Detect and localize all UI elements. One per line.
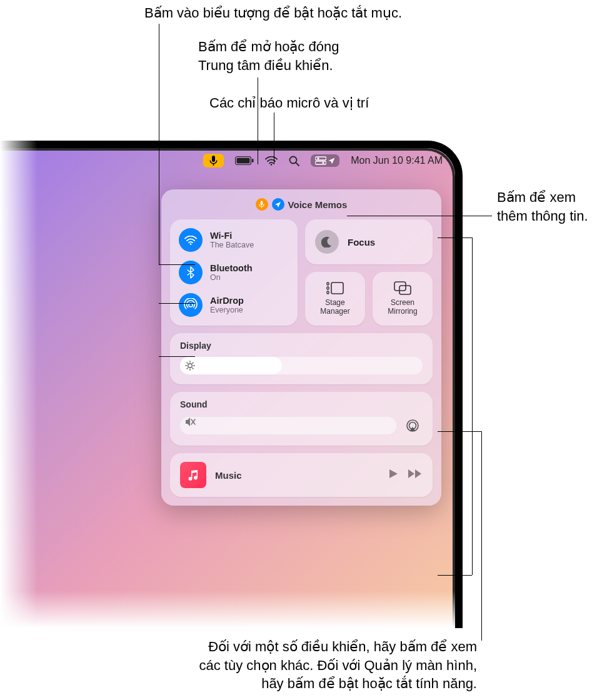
leader-line (159, 303, 195, 304)
menubar-datetime[interactable]: Mon Jun 10 9:41 AM (351, 155, 443, 166)
bluetooth-label: Bluetooth (210, 263, 253, 273)
svg-rect-12 (327, 282, 329, 285)
play-button[interactable] (388, 468, 399, 482)
callout-toggle-icons: Bấm vào biểu tượng để bật hoặc tắt mục. (144, 4, 402, 22)
svg-point-3 (271, 164, 273, 166)
device-screen: Mon Jun 10 9:41 AM Voice Memos Wi-Fi (0, 141, 463, 628)
stage-manager-icon (326, 281, 344, 295)
svg-rect-8 (315, 161, 326, 164)
battery-icon[interactable] (235, 156, 254, 165)
airdrop-icon[interactable] (179, 293, 203, 317)
airplay-audio-button[interactable] (403, 416, 423, 436)
music-label: Music (215, 470, 379, 481)
wifi-status: The Batcave (210, 241, 254, 249)
leader-line (438, 575, 472, 576)
airdrop-label: AirDrop (210, 296, 244, 306)
screen-mirroring-tile[interactable]: Screen Mirroring (373, 272, 433, 326)
leader-line (438, 431, 481, 432)
control-center-menubar-button[interactable] (311, 154, 339, 167)
leader-line (159, 264, 195, 265)
svg-point-9 (323, 162, 324, 164)
bluetooth-row[interactable]: Bluetooth On (179, 261, 289, 284)
svg-point-18 (188, 364, 192, 368)
callout-open-close-cc: Bấm để mở hoặc đóng Trung tâm điều khiển… (198, 38, 339, 74)
music-tile[interactable]: Music (170, 453, 433, 497)
wifi-row[interactable]: Wi-Fi The Batcave (179, 228, 289, 252)
wifi-icon[interactable] (179, 228, 203, 252)
svg-line-26 (193, 362, 193, 363)
privacy-app-name: Voice Memos (288, 199, 348, 210)
sound-tile[interactable]: Sound (170, 392, 433, 446)
svg-rect-6 (315, 157, 326, 160)
menubar: Mon Jun 10 9:41 AM (0, 151, 451, 171)
callout-controls-hint: Đối với một số điều khiển, hãy bấm để xe… (199, 638, 477, 693)
svg-rect-2 (252, 159, 254, 162)
leader-line (274, 112, 274, 164)
airdrop-status: Everyone (210, 306, 244, 314)
airdrop-row[interactable]: AirDrop Everyone (179, 293, 289, 317)
callout-more-info: Bấm để xem thêm thông tin. (497, 188, 588, 225)
leader-line (438, 238, 472, 238)
screen-mirroring-icon (394, 281, 411, 295)
sound-muted-icon (185, 417, 196, 427)
leader-line (481, 431, 482, 641)
display-slider-fill (180, 357, 282, 374)
next-track-button[interactable] (408, 468, 423, 482)
connectivity-tile: Wi-Fi The Batcave Bluetooth On (170, 219, 298, 326)
location-in-use-badge (272, 198, 284, 211)
svg-point-10 (190, 243, 192, 245)
mic-recording-indicator[interactable] (203, 154, 224, 168)
spotlight-icon[interactable] (289, 156, 299, 166)
svg-rect-14 (327, 291, 329, 294)
display-tile[interactable]: Display (170, 333, 433, 384)
privacy-indicator-row[interactable]: Voice Memos (170, 198, 433, 211)
svg-rect-1 (237, 158, 250, 164)
svg-line-24 (193, 368, 193, 369)
display-slider[interactable] (180, 357, 423, 374)
stage-manager-tile[interactable]: Stage Manager (305, 272, 365, 326)
focus-icon (315, 230, 339, 254)
stage-manager-label: Stage Manager (320, 299, 349, 316)
music-artwork (180, 462, 206, 488)
leader-line (347, 216, 492, 216)
leader-line (159, 356, 195, 357)
display-label: Display (180, 341, 423, 351)
svg-line-5 (296, 162, 299, 166)
sound-slider[interactable] (180, 417, 396, 434)
leader-line (258, 78, 258, 164)
svg-line-25 (187, 368, 188, 369)
leader-line (472, 238, 473, 575)
bluetooth-status: On (210, 273, 253, 282)
focus-tile[interactable]: Focus (305, 219, 433, 264)
svg-line-23 (187, 362, 188, 363)
screen-mirroring-label: Screen Mirroring (388, 299, 417, 316)
wifi-menubar-icon[interactable] (265, 156, 278, 166)
leader-line (159, 24, 159, 264)
location-indicator-icon (328, 158, 335, 164)
svg-rect-15 (331, 282, 343, 294)
sound-label: Sound (180, 399, 423, 409)
wifi-label: Wi-Fi (210, 231, 254, 241)
brightness-icon (185, 361, 195, 371)
focus-label: Focus (348, 237, 375, 248)
mic-in-use-badge (256, 198, 268, 211)
callout-mic-loc: Các chỉ báo micrô và vị trí (209, 94, 369, 112)
svg-rect-13 (327, 287, 329, 289)
svg-point-7 (318, 158, 319, 159)
control-center-panel: Voice Memos Wi-Fi The Batcave (161, 189, 441, 506)
